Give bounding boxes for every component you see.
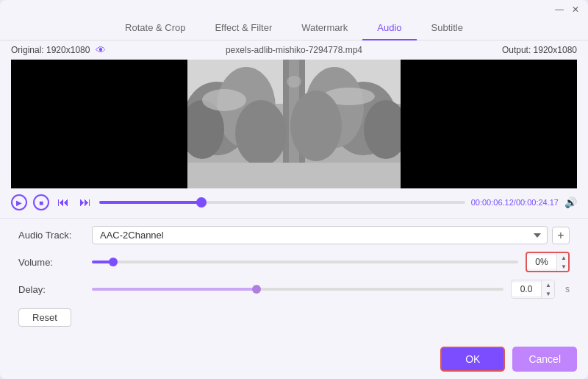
volume-icon[interactable]: 🔊 [564, 196, 577, 208]
video-header: Original: 1920x1080 👁 pexels-adlib-mishi… [0, 40, 588, 60]
total-time: 00:00:24.17 [516, 198, 559, 207]
titlebar: — ✕ [0, 0, 588, 16]
video-preview-svg [187, 60, 401, 188]
volume-arrows: ▲ ▼ [556, 253, 570, 271]
stop-button[interactable]: ■ [33, 194, 49, 210]
reset-area: Reset [0, 305, 588, 330]
delay-arrows: ▲ ▼ [541, 280, 555, 298]
black-right [390, 60, 566, 188]
delay-unit: s [565, 284, 570, 294]
current-time: 00:00:06.12 [471, 198, 514, 207]
add-track-button[interactable]: + [552, 227, 570, 244]
video-preview [187, 60, 401, 188]
svg-point-13 [235, 100, 287, 166]
video-container [11, 60, 577, 188]
volume-thumb[interactable] [109, 258, 118, 266]
preview-toggle-icon[interactable]: 👁 [96, 44, 106, 56]
main-window: — ✕ Rotate & Crop Effect & Filter Waterm… [0, 0, 588, 379]
audio-settings: Audio Track: AAC-2Channel + Volume: ▲ ▼ [0, 220, 588, 305]
svg-point-12 [287, 76, 301, 88]
progress-thumb[interactable] [196, 197, 207, 208]
footer: OK Cancel [0, 339, 588, 379]
tab-rotate[interactable]: Rotate & Crop [110, 16, 200, 40]
delay-slider[interactable] [92, 288, 503, 291]
tab-effect[interactable]: Effect & Filter [200, 16, 287, 40]
progress-bar[interactable] [99, 201, 465, 204]
tab-subtitle[interactable]: Subtitle [417, 16, 478, 40]
skip-back-button[interactable]: ⏮ [55, 194, 71, 210]
tab-audio[interactable]: Audio [362, 16, 416, 40]
volume-up-button[interactable]: ▲ [557, 253, 570, 262]
delay-input[interactable] [512, 283, 541, 296]
track-select-wrap: AAC-2Channel + [92, 226, 570, 244]
ok-button[interactable]: OK [440, 347, 505, 372]
svg-rect-15 [187, 163, 401, 188]
tab-watermark[interactable]: Watermark [287, 16, 362, 40]
svg-point-14 [290, 91, 342, 161]
reset-button[interactable]: Reset [18, 308, 71, 327]
track-row: Audio Track: AAC-2Channel + [18, 226, 570, 244]
volume-label: Volume: [18, 257, 85, 268]
delay-thumb[interactable] [252, 285, 261, 294]
filename-display: pexels-adlib-mishiko-7294778.mp4 [153, 45, 436, 55]
controls-bar: ▶ ■ ⏮ ⏭ 00:00:06.12/00:00:24.17 🔊 [0, 188, 588, 216]
delay-value-box: ▲ ▼ [511, 280, 555, 299]
delay-label: Delay: [18, 284, 85, 295]
delay-up-button[interactable]: ▲ [542, 280, 555, 289]
volume-slider[interactable] [92, 261, 518, 263]
track-label: Audio Track: [18, 230, 85, 241]
delay-fill [92, 288, 257, 291]
output-info: Output: 1920x1080 [436, 45, 578, 55]
black-left [22, 60, 198, 188]
skip-forward-button[interactable]: ⏭ [77, 194, 93, 210]
original-label: Original: 1920x1080 [11, 45, 90, 55]
play-button[interactable]: ▶ [11, 194, 27, 210]
tab-bar: Rotate & Crop Effect & Filter Watermark … [0, 16, 588, 40]
delay-down-button[interactable]: ▼ [542, 289, 555, 298]
progress-fill [99, 201, 201, 204]
svg-point-10 [202, 89, 246, 111]
cancel-button[interactable]: Cancel [512, 347, 577, 372]
minimize-button[interactable]: — [554, 4, 564, 15]
volume-down-button[interactable]: ▼ [557, 262, 570, 271]
close-button[interactable]: ✕ [570, 4, 581, 15]
time-display: 00:00:06.12/00:00:24.17 [471, 198, 559, 207]
track-select[interactable]: AAC-2Channel [92, 226, 548, 244]
volume-row: Volume: ▲ ▼ [18, 252, 570, 272]
delay-row: Delay: ▲ ▼ s [18, 280, 570, 299]
volume-input[interactable] [527, 255, 556, 269]
original-info: Original: 1920x1080 👁 [11, 44, 153, 56]
volume-value-box: ▲ ▼ [526, 252, 570, 272]
